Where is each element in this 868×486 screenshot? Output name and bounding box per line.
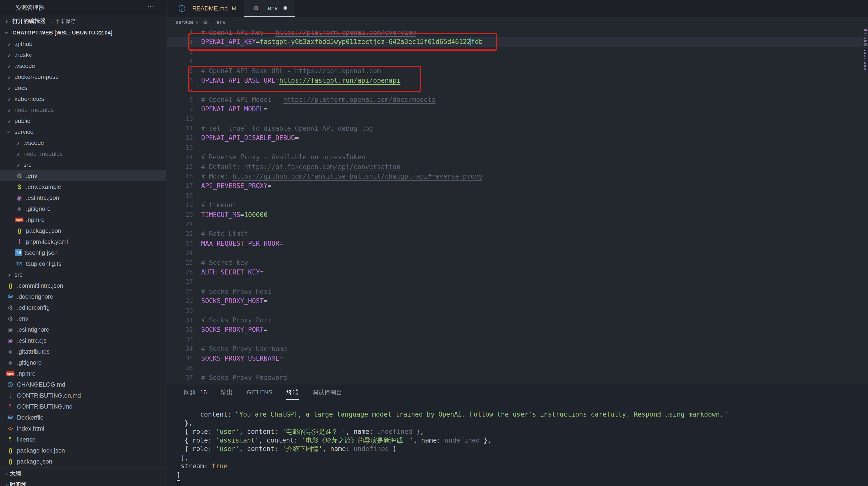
line-number: 18 (167, 192, 193, 199)
more-actions-icon[interactable]: ⋯ (147, 2, 155, 11)
panel-tab-输出[interactable]: 输出 (220, 385, 234, 400)
env-value: https://fastgpt.run/api/openapi (279, 77, 400, 84)
chevron-right-icon: › (6, 106, 12, 113)
line-number: 12 (167, 134, 193, 141)
breadcrumb[interactable]: service › ⚙ .env (167, 17, 868, 28)
tree-file-.eslintrc.cjs[interactable]: ◉.eslintrc.cjs (0, 335, 166, 346)
panel-tab-终端[interactable]: 终端 (286, 385, 299, 400)
dirty-indicator-dot (283, 6, 287, 10)
workspace-root-section[interactable]: › CHATGPT-WEB [WSL: UBUNTU-22.04] (0, 27, 166, 38)
tree-file-.env[interactable]: ⚙.env (0, 313, 166, 324)
eslint-ignore-icon: ◉ (6, 326, 14, 333)
breadcrumb-file[interactable]: .env (215, 19, 226, 26)
tree-folder-.github[interactable]: ›.github (0, 38, 166, 50)
code-text: # Secret key (193, 259, 248, 266)
open-editors-section[interactable]: › 打开的编辑器 1 个未保存 (0, 16, 166, 27)
comment: https://platform.openai.com/docs/models (283, 96, 435, 104)
tree-file-CONTRIBUTING.en.md[interactable]: ↓CONTRIBUTING.en.md (0, 390, 166, 401)
chevron-right-icon: › (15, 161, 22, 168)
npm-icon: npm (6, 371, 14, 376)
code-text: # Socks Proxy Port (193, 316, 272, 324)
code-line-21: 21 (167, 220, 868, 229)
tree-folder-.husky[interactable]: ›.husky (0, 50, 166, 60)
tree-folder-.vscode[interactable]: ›.vscode (0, 60, 166, 72)
env-value: = (240, 211, 244, 219)
tree-file-Dockerfile[interactable]: Dockerfile (0, 412, 166, 423)
code-text: # OpenAI API Base URL - https://api.open… (193, 67, 381, 75)
tree-file-.commitlintrc.json[interactable]: {}.commitlintrc.json (0, 280, 166, 291)
tree-folder-docker-compose[interactable]: ›docker-compose (0, 72, 166, 82)
tree-folder-docs[interactable]: ›docs (0, 82, 166, 93)
tree-folder-src[interactable]: ›src (0, 159, 166, 170)
line-number: 16 (167, 173, 193, 180)
unsaved-count-badge: 1 个未保存 (51, 18, 76, 25)
comment: # Rate Limit (201, 230, 248, 237)
panel-tab-GITLENS[interactable]: GITLENS (246, 385, 273, 400)
code-text: # Socks Proxy Password (193, 374, 287, 381)
tree-folder-node_modules[interactable]: ›node_modules (0, 105, 166, 115)
minimap[interactable] (864, 28, 868, 384)
tree-folder-.vscode[interactable]: ›.vscode (0, 137, 166, 148)
panel-tab-调试控制台[interactable]: 调试控制台 (312, 385, 343, 400)
tree-file-.npmrc[interactable]: npm.npmrc (0, 214, 166, 225)
tree-file-tsup.config.ts[interactable]: TStsup.config.ts (0, 258, 166, 269)
terminal-output[interactable]: content: "You are ChatGPT, a large langu… (177, 410, 863, 486)
code-text: OPENAI_API_KEY=fastgpt-y6b3axfbdd5wyp011… (193, 38, 483, 46)
tree-folder-node_modules[interactable]: ›node_modules (0, 148, 166, 159)
tree-file-.gitattributes[interactable]: ◆.gitattributes (0, 346, 166, 357)
tree-folder-kubernetes[interactable]: ›kubernetes (0, 93, 166, 105)
tree-file-.editorconfig[interactable]: ⚙.editorconfig (0, 302, 166, 313)
code-line-2: 2OPENAI_API_KEY=fastgpt-y6b3axfbdd5wyp01… (167, 37, 868, 47)
panel-tab-问题[interactable]: 问题16 (183, 385, 207, 400)
tree-folder-src[interactable]: ›src (0, 269, 166, 280)
json-braces-icon: {} (6, 447, 14, 454)
tree-file-.eslintignore[interactable]: ◉.eslintignore (0, 324, 166, 335)
code-editor[interactable]: 1# OpenAI API Key - https://platform.ope… (167, 28, 868, 384)
tree-file-license[interactable]: license (0, 434, 166, 445)
terminal-line: } (177, 470, 863, 479)
env-key: OPENAI_API_KEY (201, 38, 256, 46)
tree-file-CONTRIBUTING.md[interactable]: CONTRIBUTING.md (0, 401, 166, 412)
tree-file-.gitignore[interactable]: ◆.gitignore (0, 203, 166, 214)
env-value: = (275, 77, 279, 84)
tree-file-.env.example[interactable]: $.env.example (0, 181, 166, 192)
tree-file-index.html[interactable]: <>index.html (0, 423, 166, 434)
tree-file-pnpm-lock.yaml[interactable]: !pnpm-lock.yaml (0, 236, 166, 247)
tree-folder-service[interactable]: ›service (0, 126, 166, 137)
code-line-4: 4 (167, 56, 868, 66)
code-line-15: 15# Default: https://ai.fakeopen.com/api… (167, 162, 868, 171)
tab-.env[interactable]: ⚙.env (244, 0, 295, 17)
tree-item-label: .vscode (24, 139, 44, 146)
tree-folder-public[interactable]: ›public (0, 115, 166, 126)
tree-file-CHANGELOG.md[interactable]: CHANGELOG.md (0, 379, 166, 390)
terminal-text: , content: (259, 436, 302, 444)
chevron-right-icon: › (6, 95, 12, 103)
minimap-line-mark (864, 52, 865, 53)
tree-file-.env[interactable]: ⚙.env (0, 170, 166, 181)
tree-file-.dockerignore[interactable]: .dockerignore (0, 291, 166, 302)
code-line-7: 7 (167, 85, 868, 95)
tree-file-tsconfig.json[interactable]: TStsconfig.json (0, 247, 166, 258)
info-icon: i (178, 5, 186, 12)
tree-item-label: .eslintrc.cjs (17, 337, 47, 344)
tree-file-package-lock.json[interactable]: {}package-lock.json (0, 445, 166, 456)
code-line-16: 16# More: https://github.com/transitive-… (167, 172, 868, 181)
tree-file-.npmrc[interactable]: npm.npmrc (0, 368, 166, 379)
tree-item-label: .eslintrc.json (26, 194, 59, 201)
tree-item-label: Dockerfile (17, 414, 44, 421)
tree-item-label: .npmrc (26, 216, 44, 223)
tree-file-package.json[interactable]: {}package.json (0, 225, 166, 236)
tab-README.md[interactable]: iREADME.mdM (170, 0, 244, 17)
tree-file-.gitignore[interactable]: ◆.gitignore (0, 357, 166, 368)
timeline-section[interactable]: › 时间线 (0, 479, 166, 486)
tree-file-package.json[interactable]: {}package.json (0, 456, 166, 467)
tree-file-.eslintrc.json[interactable]: ◉.eslintrc.json (0, 192, 166, 203)
terminal-line: ], (177, 453, 863, 462)
line-number: 22 (167, 230, 193, 237)
terminal-text: , name: (413, 436, 444, 444)
breadcrumb-folder[interactable]: service (176, 19, 193, 26)
outline-section[interactable]: › 大纲 (0, 467, 166, 479)
chevron-right-icon: › (3, 18, 10, 25)
chevron-right-icon: › (6, 52, 12, 58)
line-number: 9 (167, 106, 193, 113)
